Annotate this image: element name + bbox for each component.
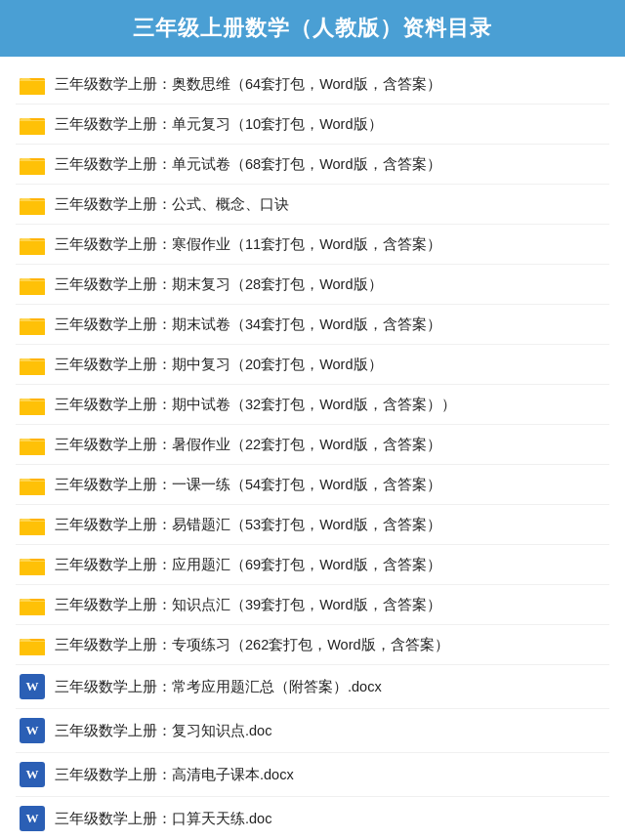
item-label: 三年级数学上册：期末复习（28套打包，Word版）	[55, 274, 605, 294]
list-item[interactable]: 三年级数学上册：单元复习（10套打包，Word版）	[16, 105, 609, 145]
item-label: 三年级数学上册：寒假作业（11套打包，Word版，含答案）	[55, 234, 605, 254]
item-label: 三年级数学上册：期末试卷（34套打包，Word版，含答案）	[55, 315, 605, 334]
folder-icon	[20, 113, 45, 135]
folder-icon	[20, 73, 45, 95]
list-item[interactable]: 三年级数学上册：专项练习（262套打包，Word版，含答案）	[16, 625, 609, 665]
word-icon: W	[20, 674, 45, 699]
svg-rect-31	[20, 361, 45, 375]
item-label: 三年级数学上册：应用题汇（69套打包，Word版，含答案）	[55, 555, 605, 574]
item-label: 三年级数学上册：期中复习（20套打包，Word版）	[55, 355, 605, 374]
folder-icon	[20, 434, 45, 455]
item-label: 三年级数学上册：奥数思维（64套打包，Word版，含答案）	[55, 74, 605, 94]
folder-icon	[20, 233, 45, 255]
folder-icon	[20, 514, 45, 535]
list-item[interactable]: W三年级数学上册：常考应用题汇总（附答案）.docx	[16, 665, 609, 709]
folder-icon	[20, 354, 45, 375]
svg-rect-55	[20, 602, 45, 615]
item-label: 三年级数学上册：暑假作业（22套打包，Word版，含答案）	[55, 435, 605, 454]
list-item[interactable]: 三年级数学上册：易错题汇（53套打包，Word版，含答案）	[16, 505, 609, 545]
list-item[interactable]: 三年级数学上册：期末试卷（34套打包，Word版，含答案）	[16, 305, 609, 345]
list-item[interactable]: 三年级数学上册：单元试卷（68套打包，Word版，含答案）	[16, 145, 609, 185]
list-item[interactable]: 三年级数学上册：期中复习（20套打包，Word版）	[16, 345, 609, 385]
svg-rect-23	[20, 281, 45, 295]
item-label: 三年级数学上册：单元试卷（68套打包，Word版，含答案）	[55, 154, 605, 174]
item-label: 三年级数学上册：易错题汇（53套打包，Word版，含答案）	[55, 515, 605, 534]
list-container: 三年级数学上册：奥数思维（64套打包，Word版，含答案） 三年级数学上册：单元…	[0, 57, 625, 840]
list-item[interactable]: 三年级数学上册：知识点汇（39套打包，Word版，含答案）	[16, 585, 609, 625]
item-label: 三年级数学上册：常考应用题汇总（附答案）.docx	[55, 677, 605, 696]
folder-icon	[20, 193, 45, 215]
list-item[interactable]: W三年级数学上册：高清电子课本.docx	[16, 753, 609, 797]
folder-icon	[20, 394, 45, 415]
svg-rect-47	[20, 522, 45, 535]
folder-icon	[20, 273, 45, 295]
folder-icon	[20, 634, 45, 655]
item-label: 三年级数学上册：复习知识点.doc	[55, 721, 605, 740]
item-label: 三年级数学上册：单元复习（10套打包，Word版）	[55, 114, 605, 134]
svg-rect-15	[20, 201, 45, 215]
item-label: 三年级数学上册：一课一练（54套打包，Word版，含答案）	[55, 475, 605, 494]
list-item[interactable]: 三年级数学上册：暑假作业（22套打包，Word版，含答案）	[16, 425, 609, 465]
folder-icon	[20, 153, 45, 175]
svg-rect-35	[20, 401, 45, 415]
item-label: 三年级数学上册：知识点汇（39套打包，Word版，含答案）	[55, 595, 605, 614]
folder-icon	[20, 594, 45, 615]
svg-rect-7	[20, 121, 45, 135]
list-item[interactable]: 三年级数学上册：奥数思维（64套打包，Word版，含答案）	[16, 64, 609, 105]
svg-rect-11	[20, 161, 45, 175]
item-label: 三年级数学上册：公式、概念、口诀	[55, 194, 605, 214]
svg-rect-3	[20, 81, 45, 95]
word-icon: W	[20, 762, 45, 787]
list-item[interactable]: 三年级数学上册：应用题汇（69套打包，Word版，含答案）	[16, 545, 609, 585]
page-wrapper: 三年级上册数学（人教版）资料目录 三年级数学上册：奥数思维（64套打包，Word…	[0, 0, 625, 840]
svg-rect-27	[20, 321, 45, 335]
list-item[interactable]: 三年级数学上册：期末复习（28套打包，Word版）	[16, 265, 609, 305]
page-header: 三年级上册数学（人教版）资料目录	[0, 0, 625, 57]
page-title: 三年级上册数学（人教版）资料目录	[20, 14, 605, 43]
svg-rect-39	[20, 441, 45, 455]
item-label: 三年级数学上册：高清电子课本.docx	[55, 765, 605, 784]
list-item[interactable]: 三年级数学上册：寒假作业（11套打包，Word版，含答案）	[16, 225, 609, 265]
folder-icon	[20, 314, 45, 335]
item-label: 三年级数学上册：专项练习（262套打包，Word版，含答案）	[55, 635, 605, 654]
list-item[interactable]: 三年级数学上册：期中试卷（32套打包，Word版，含答案））	[16, 385, 609, 425]
list-item[interactable]: 三年级数学上册：一课一练（54套打包，Word版，含答案）	[16, 465, 609, 505]
svg-rect-43	[20, 482, 45, 495]
svg-rect-51	[20, 562, 45, 575]
list-item[interactable]: W三年级数学上册：口算天天练.doc	[16, 797, 609, 840]
svg-rect-19	[20, 241, 45, 255]
item-label: 三年级数学上册：口算天天练.doc	[55, 809, 605, 828]
word-icon: W	[20, 806, 45, 831]
folder-icon	[20, 474, 45, 495]
word-icon: W	[20, 718, 45, 743]
item-label: 三年级数学上册：期中试卷（32套打包，Word版，含答案））	[55, 395, 605, 414]
folder-icon	[20, 554, 45, 575]
list-item[interactable]: 三年级数学上册：公式、概念、口诀	[16, 185, 609, 225]
svg-rect-59	[20, 642, 45, 655]
list-item[interactable]: W三年级数学上册：复习知识点.doc	[16, 709, 609, 753]
